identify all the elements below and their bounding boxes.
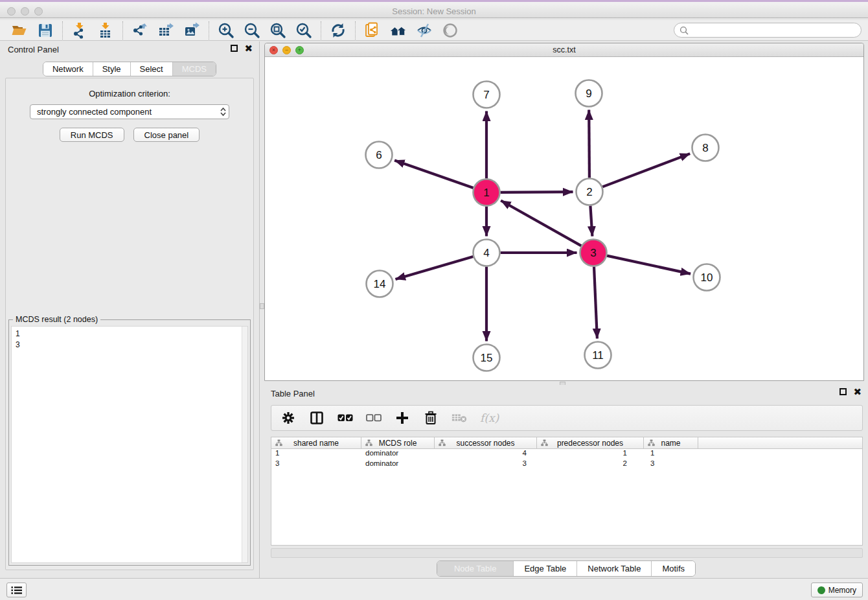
column-header-shared-name[interactable]: shared name	[271, 437, 361, 448]
optimization-criterion-select[interactable]: strongly connected component	[30, 104, 229, 119]
tab-style[interactable]: Style	[93, 62, 131, 76]
tab-select[interactable]: Select	[131, 62, 173, 76]
table-cell[interactable]: 1	[644, 449, 698, 459]
column-header-successor-nodes[interactable]: successor nodes	[435, 437, 537, 448]
table-cell[interactable]: 4	[435, 449, 537, 459]
table-cell[interactable]: 3	[644, 459, 698, 470]
edge-3-1[interactable]	[501, 201, 581, 246]
show-all-icon[interactable]	[442, 22, 459, 39]
tab-mcds[interactable]: MCDS	[173, 62, 216, 76]
tab-edge-table[interactable]: Edge Table	[514, 561, 577, 576]
search-box[interactable]	[674, 23, 862, 38]
optimization-criterion-value: strongly connected component	[37, 107, 152, 117]
function-builder-icon[interactable]: f(x)	[480, 411, 499, 424]
table-cell[interactable]: 1	[271, 449, 361, 459]
tab-node-table[interactable]: Node Table	[437, 561, 514, 576]
run-mcds-button[interactable]: Run MCDS	[60, 128, 124, 142]
node-11[interactable]: 11	[585, 342, 611, 369]
tab-network[interactable]: Network	[43, 62, 93, 76]
edge-3-11[interactable]	[594, 267, 597, 339]
delete-row-icon[interactable]	[423, 410, 439, 426]
node-9[interactable]: 9	[576, 80, 602, 107]
tab-motifs[interactable]: Motifs	[652, 561, 695, 576]
export-network-icon[interactable]	[131, 22, 148, 39]
network-close-button[interactable]: ×	[269, 46, 278, 54]
network-window-titlebar[interactable]: × − + scc.txt	[265, 43, 863, 57]
zoom-out-icon[interactable]	[244, 22, 260, 39]
node-7[interactable]: 7	[474, 82, 500, 108]
mcds-result-textarea[interactable]: 13	[11, 326, 248, 563]
edge-1-6[interactable]	[394, 160, 474, 188]
task-list-icon	[11, 586, 22, 595]
first-neighbors-icon[interactable]	[390, 22, 407, 39]
add-row-icon[interactable]	[394, 410, 410, 426]
edge-2-8[interactable]	[602, 154, 690, 187]
edge-3-10[interactable]	[607, 256, 691, 274]
zoom-fit-icon[interactable]	[269, 22, 286, 39]
node-4[interactable]: 4	[474, 240, 500, 266]
control-panel-close-icon[interactable]: ✖	[244, 45, 253, 52]
apply-layout-icon[interactable]	[330, 22, 347, 39]
select-chevrons-icon	[220, 108, 226, 116]
mcds-result-groupbox: MCDS result (2 nodes) 13	[8, 319, 251, 566]
node-14[interactable]: 14	[367, 271, 393, 297]
table-row[interactable]: 1dominator411	[271, 449, 862, 459]
save-session-icon[interactable]	[37, 22, 54, 39]
table-cell[interactable]: 2	[537, 459, 644, 470]
open-session-icon[interactable]	[11, 22, 28, 39]
table-cell[interactable]: dominator	[361, 459, 435, 470]
table-cell[interactable]: dominator	[361, 449, 435, 459]
tab-network-table[interactable]: Network Table	[577, 561, 652, 576]
edge-2-3[interactable]	[590, 206, 592, 237]
edge-2-9[interactable]	[589, 110, 589, 178]
export-table-icon[interactable]	[157, 22, 174, 39]
table-cell[interactable]: 1	[537, 449, 644, 459]
search-icon	[680, 26, 689, 35]
import-table-icon[interactable]	[97, 22, 114, 39]
zoom-in-icon[interactable]	[218, 22, 234, 39]
table-panel-close-icon[interactable]: ✖	[853, 388, 862, 395]
node-6[interactable]: 6	[366, 142, 393, 168]
zoom-selected-icon[interactable]	[295, 22, 312, 39]
vertical-splitter-handle[interactable]	[260, 303, 264, 309]
import-network-icon[interactable]	[71, 22, 88, 39]
unselect-all-icon[interactable]	[366, 410, 382, 426]
column-header-predecessor-nodes[interactable]: predecessor nodes	[537, 437, 644, 448]
node-15[interactable]: 15	[474, 345, 500, 371]
table-options-icon[interactable]	[280, 410, 296, 426]
control-panel-title: Control Panel	[8, 45, 59, 54]
node-1[interactable]: 1	[474, 179, 500, 206]
hide-selection-icon[interactable]	[416, 22, 433, 39]
memory-button[interactable]: Memory	[811, 583, 863, 597]
export-image-icon[interactable]	[183, 22, 200, 39]
network-maximize-button[interactable]: +	[295, 46, 304, 54]
task-history-button[interactable]	[6, 583, 27, 597]
network-canvas[interactable]: 7968124314101511	[265, 57, 863, 380]
new-network-from-selection-icon[interactable]	[364, 22, 381, 39]
network-minimize-button[interactable]: −	[282, 46, 291, 54]
table-cell[interactable]: 3	[271, 459, 361, 470]
table-cell[interactable]: 3	[435, 459, 537, 470]
node-10[interactable]: 10	[694, 264, 720, 291]
mcds-result-line: 1	[16, 329, 244, 340]
node-3[interactable]: 3	[580, 240, 607, 266]
edge-1-2[interactable]	[501, 192, 573, 192]
delete-table-icon[interactable]	[451, 410, 467, 426]
svg-text:8: 8	[702, 142, 708, 154]
search-input[interactable]	[692, 25, 856, 36]
column-header-name[interactable]: name	[644, 437, 698, 448]
network-view-window: × − + scc.txt 7968124314101511	[264, 43, 864, 381]
show-column-icon[interactable]	[309, 410, 325, 426]
control-panel: Control Panel ✖ Network Style Select MCD…	[0, 41, 260, 578]
column-header-MCDS-role[interactable]: MCDS role	[361, 437, 435, 448]
control-panel-float-icon[interactable]	[231, 45, 238, 52]
close-panel-button[interactable]: Close panel	[133, 128, 200, 142]
node-2[interactable]: 2	[577, 179, 603, 205]
table-row[interactable]: 3dominator323	[271, 459, 862, 470]
table-horizontal-scrollbar[interactable]	[271, 548, 863, 558]
select-all-icon[interactable]	[337, 410, 353, 426]
edge-4-14[interactable]	[396, 257, 474, 279]
node-8[interactable]: 8	[692, 135, 719, 161]
mcds-result-scrollbar[interactable]	[242, 327, 247, 562]
table-panel-float-icon[interactable]	[839, 388, 847, 395]
